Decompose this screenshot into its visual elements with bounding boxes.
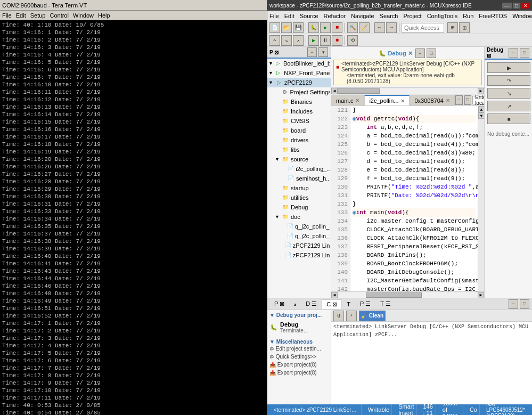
- mcux-menu-edit[interactable]: Edit: [284, 13, 294, 19]
- tree-expand-arrow[interactable]: ▼: [275, 213, 281, 221]
- tree-item-doc[interactable]: ▼📁doc: [267, 212, 331, 222]
- enter-location-label[interactable]: Enter loca: [472, 96, 484, 104]
- toolbar2-resume[interactable]: ▶: [308, 35, 319, 46]
- tab-0x3008704[interactable]: 0x3008704 ✕: [410, 95, 454, 105]
- mcux-menu-window[interactable]: Window: [512, 13, 532, 19]
- mcux-minimize-btn[interactable]: —: [502, 3, 512, 9]
- toolbar2-suspend[interactable]: ⏸: [320, 35, 331, 46]
- toolbar-debug-btn[interactable]: 🐛: [308, 22, 319, 33]
- tree-item-project_settings[interactable]: ⚙Project Settings: [267, 87, 331, 97]
- bottom-tab-c[interactable]: C ⊠: [322, 299, 342, 309]
- tree-item-zpcf2129[interactable]: ▼▷zPCF2129: [267, 78, 331, 87]
- console-search-btn[interactable]: Q: [333, 311, 344, 321]
- bottom-tab-t2[interactable]: T ☰: [375, 299, 396, 309]
- tree-item-semihost_h...[interactable]: 📄semihost_h...: [267, 174, 331, 183]
- toolbar2-step-into[interactable]: ↘: [281, 35, 292, 46]
- tab-i2c-polling[interactable]: i2c_pollin... ✕: [364, 95, 410, 105]
- mcux-menu-run[interactable]: Run: [463, 13, 473, 19]
- tab-main-c[interactable]: main.c ✕: [331, 95, 364, 105]
- quick-settings-item[interactable]: ⚙ Quick Settings>>: [269, 353, 329, 361]
- hscroll-right-btn[interactable]: ▶: [478, 292, 484, 298]
- debug-hscroll-thumb[interactable]: [338, 88, 380, 94]
- editor-minimize-btn[interactable]: −: [455, 95, 463, 105]
- tab-i2c-polling-close[interactable]: ✕: [400, 98, 405, 104]
- mcux-menu-project[interactable]: Project: [403, 13, 421, 19]
- tt-menu-control[interactable]: Control: [50, 12, 68, 19]
- mcux-menu-refactor[interactable]: Refactor: [324, 13, 346, 19]
- toolbar-forward-btn[interactable]: →: [386, 22, 397, 33]
- toolbar-open-btn[interactable]: 📂: [281, 22, 292, 33]
- status-smart-insert[interactable]: Smart Insert: [396, 404, 416, 415]
- debug-btn-3[interactable]: ↘: [487, 88, 530, 99]
- debug-btn-4[interactable]: ↗: [487, 101, 530, 111]
- tt-menu-edit[interactable]: Edit: [16, 12, 26, 19]
- tt-menu-setup[interactable]: Setup: [30, 12, 46, 19]
- tree-item-bootblinker_led_bli[interactable]: ▼▷BootBlinker_led_bli: [267, 59, 331, 68]
- code-hscrollbar[interactable]: ◀ ▶: [331, 291, 484, 298]
- scroll-up-btn[interactable]: ▲: [478, 106, 484, 112]
- toolbar-back-btn[interactable]: ←: [374, 22, 385, 33]
- tree-item-q_j2c_pollin_b[interactable]: 📄q_j2c_pollin_b: [267, 222, 331, 231]
- mcux-menu-configtools[interactable]: ConfigTools: [427, 13, 457, 19]
- status-chip[interactable]: NXP LPC54608J512* (zPCF2129): [484, 404, 528, 415]
- mcux-menu-source[interactable]: Source: [300, 13, 318, 19]
- debug-hscroll-left[interactable]: ◀: [331, 88, 338, 94]
- hscroll-thumb[interactable]: [366, 292, 422, 298]
- bottom-tab-d[interactable]: D ☰: [301, 299, 322, 309]
- debug-btn-5[interactable]: ■: [487, 113, 530, 124]
- debug-hscroll-right[interactable]: ▶: [478, 88, 484, 94]
- code-content[interactable]: }◉void getrtc(void){ int a,b,c,d,e,f; a …: [350, 106, 478, 291]
- tt-menu-window[interactable]: Window: [73, 12, 94, 19]
- toolbar-save-btn[interactable]: 💾: [293, 22, 304, 33]
- export-project1-item[interactable]: 📤 Export project(8): [269, 361, 329, 369]
- toolbar-run-btn[interactable]: ▶: [320, 22, 331, 33]
- proj-collapse-btn[interactable]: −: [307, 47, 317, 57]
- tera-term-menubar[interactable]: File Edit Setup Control Window Help: [0, 11, 267, 20]
- debug-panel-min-btn[interactable]: −: [509, 48, 518, 58]
- debug-btn-2[interactable]: ↷: [487, 75, 530, 86]
- debug-panel-max-btn[interactable]: □: [520, 48, 529, 58]
- tree-item-board[interactable]: 📁board: [267, 126, 331, 135]
- tree-item-source[interactable]: ▼📁source: [267, 154, 331, 164]
- tree-item-startup[interactable]: 📁startup: [267, 183, 331, 193]
- tree-item-utilities[interactable]: 📁utilities: [267, 193, 331, 202]
- tree-expand-arrow[interactable]: ▼: [268, 59, 274, 68]
- toolbar-build-btn[interactable]: 🔨: [347, 22, 358, 33]
- tab-main-c-close[interactable]: ✕: [355, 97, 359, 103]
- tree-expand-arrow[interactable]: ▼: [275, 155, 281, 164]
- toolbar2-step-over[interactable]: ↷: [269, 35, 280, 46]
- toolbar2-terminate[interactable]: ■: [332, 35, 342, 46]
- tree-item-q_j2c_pollin_b[interactable]: 📄q_j2c_pollin_b: [267, 231, 331, 241]
- console-clean-btn[interactable]: 🧹 Clean: [359, 311, 386, 321]
- tree-item-drivers[interactable]: 📁drivers: [267, 135, 331, 145]
- editor-scrollbar[interactable]: ▲ ▼: [478, 106, 484, 291]
- tree-item-i2c_polling_...[interactable]: 📄i2c_polling_...: [267, 164, 331, 174]
- proj-menu-btn[interactable]: ▾: [318, 47, 328, 57]
- bottom-min-btn[interactable]: −: [509, 299, 518, 309]
- toolbar-view-btn[interactable]: ◫: [459, 22, 470, 33]
- toolbar-stop-btn[interactable]: ■: [332, 22, 342, 33]
- editor-maximize-btn[interactable]: □: [464, 95, 472, 105]
- toolbar2-step-out[interactable]: ↗: [293, 35, 304, 46]
- tree-item-binaries[interactable]: 📁Binaries: [267, 97, 331, 107]
- bottom-tab-p2[interactable]: ₃: [289, 299, 301, 309]
- toolbar2-reset[interactable]: ⟲: [347, 35, 358, 46]
- mcux-menu-file[interactable]: File: [269, 13, 279, 19]
- toolbar-new-btn[interactable]: 📄: [269, 22, 280, 33]
- tree-item-libs[interactable]: 📁libs: [267, 145, 331, 154]
- status-writable[interactable]: Writable: [366, 404, 392, 415]
- hscroll-left-btn[interactable]: ◀: [331, 292, 338, 298]
- bottom-tab-p1[interactable]: P ⊠: [269, 299, 289, 309]
- tree-item-zpcf2129_links[interactable]: 📄zPCF2129 LinkS: [267, 241, 331, 250]
- mcux-close-btn[interactable]: ✕: [521, 3, 530, 9]
- scroll-down-btn[interactable]: ▼: [478, 112, 484, 119]
- bottom-tab-t[interactable]: T: [342, 299, 355, 309]
- debug-hscrollbar[interactable]: ◀ ▶: [331, 88, 484, 94]
- mcux-menu-freertos[interactable]: FreeRTOS: [479, 13, 507, 19]
- mcux-maximize-btn[interactable]: □: [513, 3, 520, 9]
- quick-access-input[interactable]: [402, 23, 444, 32]
- tree-expand-arrow[interactable]: ▼: [268, 78, 275, 87]
- tree-item-zpcf2129_links[interactable]: 📄zPCF2129 LinkS: [267, 250, 331, 260]
- toolbar-perspective-btn[interactable]: ⊞: [447, 22, 458, 33]
- debug-item[interactable]: 🐛 Debug Terminate...: [269, 320, 329, 335]
